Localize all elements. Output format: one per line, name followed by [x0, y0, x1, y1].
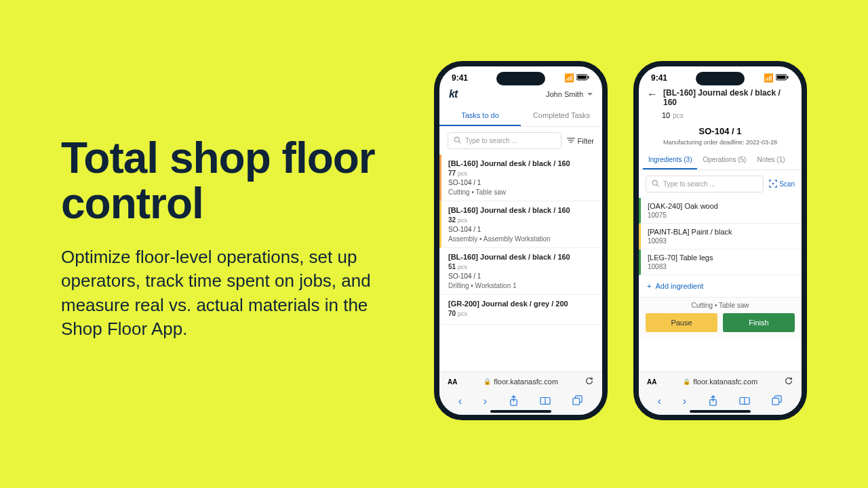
- detail-deadline: Manufacturing order deadline: 2022-03-28: [639, 139, 802, 151]
- task-item[interactable]: [BL-160] Journal desk / black / 160 32 p…: [439, 201, 602, 248]
- scan-button[interactable]: Scan: [769, 180, 795, 189]
- ingredient-code: 10093: [648, 237, 795, 245]
- task-tabs: Tasks to do Completed Tasks: [439, 106, 602, 127]
- url-display: 🔒 floor.katanasfc.com: [484, 378, 558, 386]
- scan-row: Type to search ... Scan: [639, 170, 802, 198]
- url-display: 🔒 floor.katanasfc.com: [683, 378, 757, 386]
- search-input[interactable]: Type to search ...: [646, 176, 764, 192]
- refresh-icon[interactable]: [585, 376, 594, 387]
- action-footer: Cutting • Table saw Pause Finish: [639, 297, 802, 339]
- ingredient-code: 10083: [648, 263, 795, 270]
- refresh-icon[interactable]: [784, 376, 793, 387]
- ingredient-item[interactable]: [PAINT-BLA] Paint / black 10093: [639, 224, 802, 249]
- tab-tasks-todo[interactable]: Tasks to do: [439, 106, 521, 126]
- url-text: floor.katanasfc.com: [494, 378, 558, 386]
- text-size-icon[interactable]: AA: [647, 378, 656, 386]
- status-time: 9:41: [651, 73, 667, 83]
- svg-line-18: [657, 185, 659, 187]
- status-time: 9:41: [452, 73, 468, 83]
- tabs-icon[interactable]: [772, 395, 783, 409]
- user-name: John Smith: [546, 90, 583, 98]
- battery-icon: [776, 73, 789, 83]
- phone-mockup-tasks: 9:41 📶 kt John Smith Tasks to do Complet…: [434, 61, 608, 420]
- body-text: Optimize floor-level operations, set up …: [61, 245, 393, 340]
- back-arrow-icon[interactable]: ←: [647, 88, 658, 100]
- add-ingredient-button[interactable]: + Add ingredient: [639, 275, 802, 297]
- tab-completed-tasks[interactable]: Completed Tasks: [521, 106, 602, 126]
- task-qty: 77 pcs: [448, 169, 595, 177]
- search-placeholder: Type to search ...: [663, 180, 715, 188]
- status-icons: 📶: [764, 73, 789, 83]
- user-menu[interactable]: John Smith: [546, 90, 593, 98]
- home-indicator: [490, 410, 551, 413]
- add-ingredient-label: Add ingredient: [655, 282, 703, 290]
- svg-rect-2: [588, 76, 589, 79]
- browser-chrome: AA 🔒 floor.katanasfc.com ‹ ›: [439, 371, 602, 415]
- task-list: [BL-160] Journal desk / black / 160 77 p…: [439, 155, 602, 325]
- search-input[interactable]: Type to search ...: [448, 132, 561, 149]
- tab-operations[interactable]: Operations (5): [697, 151, 751, 169]
- task-title: [GR-200] Journal desk / grey / 200: [448, 300, 595, 308]
- search-icon: [652, 180, 659, 188]
- app-logo: kt: [449, 88, 457, 100]
- task-so: SO-104 / 1: [448, 179, 595, 186]
- task-item[interactable]: [GR-200] Journal desk / grey / 200 70 pc…: [439, 295, 602, 325]
- scan-label: Scan: [779, 180, 795, 188]
- phone-notch: [696, 72, 745, 85]
- forward-icon[interactable]: ›: [484, 395, 487, 409]
- bookmarks-icon[interactable]: [739, 395, 750, 409]
- url-bar[interactable]: AA 🔒 floor.katanasfc.com: [639, 372, 802, 391]
- ingredient-item[interactable]: [LEG-70] Table legs 10083: [639, 249, 802, 275]
- detail-title: [BL-160] Journal desk / black / 160: [663, 88, 793, 107]
- tab-ingredients[interactable]: Ingredients (3): [643, 151, 697, 169]
- task-qty: 32 pcs: [448, 216, 595, 224]
- task-op: Cutting • Table saw: [448, 188, 595, 196]
- task-item[interactable]: [BL-160] Journal desk / black / 160 51 p…: [439, 248, 602, 295]
- bookmarks-icon[interactable]: [540, 395, 551, 409]
- search-placeholder: Type to search ...: [465, 137, 517, 144]
- search-row: Type to search ... Filter: [439, 127, 602, 155]
- task-title: [BL-160] Journal desk / black / 160: [448, 206, 595, 214]
- signal-icon: 📶: [564, 73, 574, 83]
- task-item[interactable]: [BL-160] Journal desk / black / 160 77 p…: [439, 155, 602, 201]
- filter-label: Filter: [578, 137, 594, 145]
- action-buttons: Pause Finish: [646, 313, 795, 332]
- task-qty: 51 pcs: [448, 263, 595, 270]
- svg-rect-16: [787, 76, 789, 79]
- ingredient-list: [OAK-240] Oak wood 10075 [PAINT-BLA] Pai…: [639, 198, 802, 275]
- filter-button[interactable]: Filter: [567, 137, 594, 145]
- ingredient-item[interactable]: [OAK-240] Oak wood 10075: [639, 198, 802, 224]
- share-icon[interactable]: [509, 395, 519, 409]
- back-icon[interactable]: ‹: [458, 395, 462, 409]
- pause-button[interactable]: Pause: [646, 313, 717, 332]
- back-icon[interactable]: ‹: [658, 395, 661, 409]
- url-text: floor.katanasfc.com: [693, 378, 757, 386]
- status-icons: 📶: [564, 73, 590, 83]
- chevron-down-icon: [587, 93, 593, 96]
- detail-tabs: Ingredients (3) Operations (5) Notes (1): [639, 151, 802, 170]
- ingredient-name: [LEG-70] Table legs: [648, 253, 795, 262]
- text-size-icon[interactable]: AA: [448, 378, 457, 386]
- task-so: SO-104 / 1: [448, 226, 595, 233]
- forward-icon[interactable]: ›: [683, 395, 686, 409]
- task-qty: 70 pcs: [448, 310, 595, 317]
- task-title: [BL-160] Journal desk / black / 160: [448, 253, 595, 261]
- search-icon: [454, 136, 461, 145]
- svg-rect-13: [573, 398, 580, 405]
- tab-notes[interactable]: Notes (1): [751, 151, 790, 169]
- marketing-copy: Total shop floor control Optimize floor-…: [61, 136, 393, 341]
- tabs-icon[interactable]: [572, 395, 583, 409]
- svg-line-4: [459, 142, 461, 144]
- home-indicator: [690, 410, 751, 413]
- finish-button[interactable]: Finish: [723, 313, 795, 332]
- lock-icon: 🔒: [683, 378, 690, 385]
- detail-so: SO-104 / 1: [639, 123, 802, 139]
- svg-point-3: [454, 137, 459, 142]
- svg-point-17: [652, 180, 657, 185]
- share-icon[interactable]: [708, 395, 718, 409]
- url-bar[interactable]: AA 🔒 floor.katanasfc.com: [439, 372, 602, 391]
- svg-point-19: [772, 182, 774, 184]
- ingredient-name: [PAINT-BLA] Paint / black: [648, 228, 795, 236]
- app-topbar: kt John Smith: [439, 85, 602, 106]
- svg-rect-1: [578, 76, 587, 79]
